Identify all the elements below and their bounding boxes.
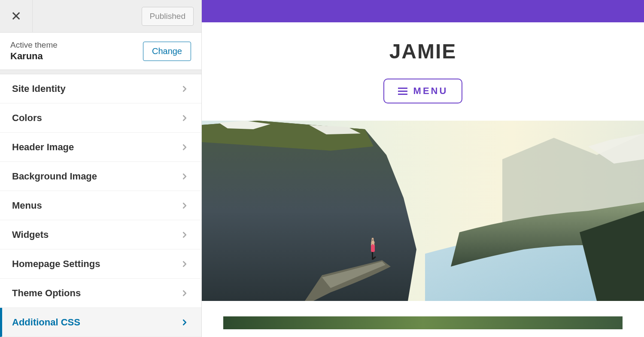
active-theme-info: Active theme Karuna [10,40,58,62]
close-button[interactable]: ✕ [0,0,33,33]
active-theme-name: Karuna [10,51,58,62]
content-image [223,316,623,329]
close-icon: ✕ [11,10,21,23]
panel-item-label: Homepage Settings [12,258,100,270]
panel-item-site-identity[interactable]: Site Identity [0,74,201,103]
panel-item-label: Menus [12,200,42,211]
menu-button-label: MENU [413,85,448,97]
panel-item-homepage-settings[interactable]: Homepage Settings [0,249,201,279]
panel-item-theme-options[interactable]: Theme Options [0,279,201,308]
panel-item-label: Background Image [12,171,97,182]
panel-item-header-image[interactable]: Header Image [0,133,201,162]
hamburger-icon [398,88,407,95]
chevron-right-icon [180,172,189,181]
chevron-right-icon [180,259,189,269]
change-theme-button[interactable]: Change [143,42,191,61]
site-title: JAMIE [389,39,457,63]
chevron-right-icon [180,201,189,210]
menu-toggle-button[interactable]: MENU [383,79,463,103]
panel-item-label: Colors [12,112,42,124]
customizer-topbar: ✕ Published [0,0,201,33]
chevron-right-icon [180,230,189,240]
publish-status-button[interactable]: Published [142,7,194,26]
sidebar-spacer [0,70,201,74]
chevron-right-icon [180,143,189,152]
panel-item-widgets[interactable]: Widgets [0,220,201,249]
preview-top-bar [202,0,644,22]
customizer-panel-list: Site IdentityColorsHeader ImageBackgroun… [0,74,201,337]
panel-item-menus[interactable]: Menus [0,191,201,220]
customizer-sidebar: ✕ Published Active theme Karuna Change S… [0,0,202,337]
panel-item-colors[interactable]: Colors [0,103,201,133]
panel-item-label: Header Image [12,142,74,153]
chevron-right-icon [180,113,189,123]
panel-item-label: Widgets [12,229,49,240]
panel-item-background-image[interactable]: Background Image [0,162,201,191]
header-image [202,121,644,301]
chevron-right-icon [180,318,189,327]
chevron-right-icon [180,288,189,298]
active-theme-row: Active theme Karuna Change [0,33,201,70]
site-preview: JAMIE MENU [202,0,644,337]
chevron-right-icon [180,84,189,94]
panel-item-label: Site Identity [12,83,66,94]
active-theme-label: Active theme [10,40,58,50]
panel-item-label: Theme Options [12,288,81,299]
svg-rect-2 [371,244,375,252]
panel-item-additional-css[interactable]: Additional CSS [0,308,201,337]
panel-item-label: Additional CSS [12,317,80,328]
preview-site-header: JAMIE MENU [202,22,644,121]
